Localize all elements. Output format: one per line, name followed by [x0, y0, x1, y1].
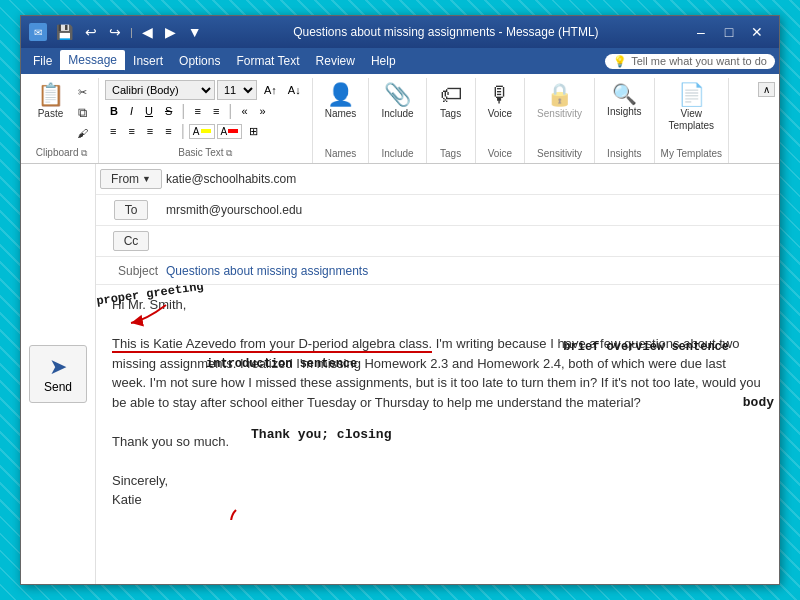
send-button[interactable]: ➤ Send — [29, 345, 87, 403]
tell-me-search[interactable]: 💡 Tell me what you want to do — [605, 54, 775, 69]
more-formats-button[interactable]: ⊞ — [244, 123, 263, 140]
to-row: To mrsmith@yourschool.edu — [96, 195, 779, 226]
bold-button[interactable]: B — [105, 103, 123, 119]
to-button[interactable]: To — [114, 200, 149, 220]
ribbon-group-basic-text: Calibri (Body) 11 A↑ A↓ B I U — [99, 78, 313, 163]
names-button[interactable]: 👤 Names — [319, 80, 363, 123]
signature-line: Katie — [112, 490, 763, 510]
align-right-button[interactable]: ≡ — [142, 123, 158, 139]
app-icon: ✉ — [29, 23, 47, 41]
italic-button[interactable]: I — [125, 103, 138, 119]
insights-label: Insights — [607, 106, 641, 117]
sensitivity-content: 🔒 Sensitivity — [531, 80, 588, 148]
menu-help[interactable]: Help — [363, 51, 404, 71]
tags-group-label: Tags — [440, 148, 461, 161]
font-size-select[interactable]: 11 — [217, 80, 257, 100]
tags-button[interactable]: 🏷 Tags — [433, 80, 469, 123]
bullets-button[interactable]: ≡ — [189, 103, 205, 119]
customize-button[interactable]: ▼ — [185, 24, 205, 40]
back-button[interactable]: ◀ — [139, 24, 156, 40]
menu-file[interactable]: File — [25, 51, 60, 71]
to-label-area: To — [96, 200, 166, 220]
cc-label: Cc — [124, 234, 139, 248]
dictate-button[interactable]: 🎙 Voice — [482, 80, 518, 123]
separator: | — [130, 26, 133, 38]
font-family-select[interactable]: Calibri (Body) — [105, 80, 215, 100]
clipboard-label: Clipboard ⧉ — [36, 147, 88, 161]
sensitivity-label: Sensitivity — [537, 108, 582, 119]
email-content-area: Hi Mr. Smith, This is Katie Azevedo from… — [96, 285, 779, 520]
justify-button[interactable]: ≡ — [160, 123, 176, 139]
forward-button[interactable]: ▶ — [162, 24, 179, 40]
dictate-icon: 🎙 — [489, 84, 511, 106]
from-dropdown-button[interactable]: From ▼ — [100, 169, 162, 189]
paste-button[interactable]: 📋 Paste — [31, 80, 70, 123]
send-icon: ➤ — [49, 354, 67, 380]
from-label-area: From ▼ — [96, 169, 166, 189]
cut-button[interactable]: ✂ — [72, 84, 92, 101]
intro-sentence: This is Katie Azevedo from your D-period… — [112, 336, 432, 353]
decrease-font-button[interactable]: A↓ — [283, 82, 306, 98]
indent-decrease-button[interactable]: « — [236, 103, 252, 119]
menu-format-text[interactable]: Format Text — [228, 51, 307, 71]
sensitivity-button[interactable]: 🔒 Sensitivity — [531, 80, 588, 123]
save-icon[interactable]: 💾 — [53, 24, 76, 40]
clipboard-content: 📋 Paste ✂ ⧉ 🖌 — [31, 80, 92, 147]
from-value: katie@schoolhabits.com — [166, 172, 779, 186]
fields-container: From ▼ katie@schoolhabits.com To mrsmith… — [96, 164, 779, 584]
font-row-2: B I U S | ≡ ≡ | « » — [105, 102, 306, 120]
align-left-button[interactable]: ≡ — [105, 123, 121, 139]
menu-message[interactable]: Message — [60, 50, 125, 72]
dictate-content: 🎙 Voice — [482, 80, 518, 148]
title-bar-left: ✉ 💾 ↩ ↪ | ◀ ▶ ▼ — [29, 23, 205, 41]
include-button[interactable]: 📎 Include — [375, 80, 419, 123]
indent-increase-button[interactable]: » — [255, 103, 271, 119]
format-painter-button[interactable]: 🖌 — [72, 125, 92, 141]
view-templates-button[interactable]: 📄 ViewTemplates — [663, 80, 721, 136]
insights-button[interactable]: 🔍 Insights — [601, 80, 647, 121]
menu-insert[interactable]: Insert — [125, 51, 171, 71]
undo-button[interactable]: ↩ — [82, 24, 100, 40]
from-label: From — [111, 172, 139, 186]
subject-value[interactable]: Questions about missing assignments — [166, 264, 779, 278]
from-row: From ▼ katie@schoolhabits.com — [96, 164, 779, 195]
ribbon-group-sensitivity: 🔒 Sensitivity Sensitivity — [525, 78, 595, 163]
dictate-group-label: Voice — [488, 148, 512, 161]
thank-you-line: Thank you so much. — [112, 432, 763, 452]
align-center-button[interactable]: ≡ — [123, 123, 139, 139]
ribbon-collapse-area: ∧ — [758, 78, 775, 163]
email-body[interactable]: Hi Mr. Smith, This is Katie Azevedo from… — [96, 285, 779, 520]
restore-button[interactable]: □ — [715, 18, 743, 46]
numbering-button[interactable]: ≡ — [208, 103, 224, 119]
include-group-label: Include — [381, 148, 413, 161]
close-button[interactable]: ✕ — [743, 18, 771, 46]
sensitivity-group-label: Sensitivity — [537, 148, 582, 161]
cc-row: Cc — [96, 226, 779, 257]
basic-text-content: Calibri (Body) 11 A↑ A↓ B I U — [105, 80, 306, 147]
font-color-button[interactable]: A — [217, 124, 243, 139]
window-controls: – □ ✕ — [687, 18, 771, 46]
search-placeholder: Tell me what you want to do — [631, 55, 767, 67]
format-painter-icon: 🖌 — [77, 127, 88, 139]
underline-button[interactable]: U — [140, 103, 158, 119]
cc-button[interactable]: Cc — [113, 231, 150, 251]
templates-label: ViewTemplates — [669, 108, 715, 132]
increase-font-button[interactable]: A↑ — [259, 82, 282, 98]
collapse-ribbon-button[interactable]: ∧ — [758, 82, 775, 97]
menu-review[interactable]: Review — [308, 51, 363, 71]
minimize-button[interactable]: – — [687, 18, 715, 46]
highlight-color-button[interactable]: A — [189, 124, 215, 139]
compose-area: ➤ Send From ▼ katie@schoolhabits.com — [21, 164, 779, 584]
names-content: 👤 Names — [319, 80, 363, 148]
from-chevron-icon: ▼ — [142, 174, 151, 184]
ribbon-group-include: 📎 Include Include — [369, 78, 426, 163]
paste-label: Paste — [38, 108, 64, 119]
strikethrough-button[interactable]: S — [160, 103, 177, 119]
redo-button[interactable]: ↪ — [106, 24, 124, 40]
menu-options[interactable]: Options — [171, 51, 228, 71]
lightbulb-icon: 💡 — [613, 55, 627, 68]
body-paragraph: This is Katie Azevedo from your D-period… — [112, 334, 763, 412]
to-value[interactable]: mrsmith@yourschool.edu — [166, 203, 779, 217]
include-icon: 📎 — [384, 84, 411, 106]
copy-button[interactable]: ⧉ — [72, 103, 92, 123]
